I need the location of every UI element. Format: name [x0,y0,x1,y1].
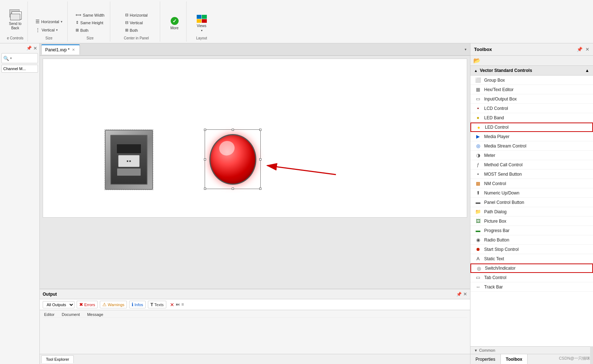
resize-handle-top[interactable] [232,129,234,131]
send-to-back-icon [9,9,22,21]
toolbox-item[interactable]: AStatic Text [470,254,593,264]
toolbox-item[interactable]: 📁Path Dialog [470,207,593,217]
toolbox-item[interactable]: ↔Track Bar [470,282,593,292]
infos-badge[interactable]: ℹ Infos [129,301,146,308]
errors-badge[interactable]: ✖ Errors [77,301,98,308]
toolbox-close-icon[interactable]: ✕ [585,47,589,52]
device-image: ■ ■ [105,130,153,190]
toolbox-item[interactable]: ▬Panel Control Button [470,198,593,207]
section-scroll-up[interactable]: ▲ [585,68,589,73]
design-canvas[interactable]: ■ ■ [43,59,467,218]
toolbox-item-icon: ↔ [475,284,481,290]
vertical-align-button[interactable]: ⋮ Vertical ▾ [34,26,64,34]
output-toolbar: All Outputs ✖ Errors ⚠ Warnings ℹ Infos … [40,299,470,310]
toolbox-item[interactable]: ●LED Control [470,123,593,132]
toolbox-item-icon: ▭ [475,274,481,281]
device-control[interactable]: ■ ■ [104,129,153,190]
center-section: ⊟ Horizontal ⊟ Vertical ⊞ Both Center in… [113,1,160,42]
tool-explorer-tab[interactable]: Tool Explorer [41,355,74,363]
horizontal-align-label: Horizontal [41,20,59,24]
resize-handle-right[interactable] [259,158,261,160]
same-width-button[interactable]: ⟺ Same Width [74,12,106,18]
toolbox-item-icon: ⬆ [475,190,481,196]
toolbox-item[interactable]: ●LED Band [470,113,593,123]
toolbox-item[interactable]: ▩NM Control [470,179,593,188]
canvas-wrapper: ■ ■ [40,56,470,289]
resize-handle-top-right[interactable] [259,129,261,131]
send-to-back-button[interactable]: Send to Back [6,8,25,31]
resize-handle-top-left[interactable] [204,129,206,131]
tab-close-button[interactable]: ✕ [71,47,76,52]
horiz-center-label: Horizontal [130,13,148,17]
infos-label: Infos [135,303,143,307]
views-arrow[interactable]: ▾ [201,29,202,32]
resize-handle-bottom-left[interactable] [204,188,206,190]
same-height-button[interactable]: ⇕ Same Height [74,19,106,26]
warnings-badge[interactable]: ⚠ Warnings [100,301,127,308]
properties-tab[interactable]: Properties [470,354,501,364]
close-sidebar-icon[interactable]: ✕ [33,46,37,51]
toolbox-item[interactable]: ƒMethod Call Control [470,160,593,170]
resize-handle-bottom[interactable] [232,188,234,190]
toolbox-item[interactable]: ▬Progress Bar [470,226,593,235]
toolbox-item[interactable]: ◑Meter [470,151,593,160]
output-pin-icon[interactable]: 📌 [456,292,462,297]
toolbox-item[interactable]: ⬜Group Box [470,76,593,85]
output-filter-dropdown[interactable]: All Outputs [43,301,74,308]
toolbox-item[interactable]: ⏺Start Stop Control [470,245,593,254]
toolbox-item[interactable]: ▭Input/Output Box [470,94,593,104]
toolbox-item[interactable]: ◉Radio Button [470,235,593,245]
toolbox-item[interactable]: ▶Media Player [470,132,593,141]
check-more-button[interactable]: ✓ More [166,13,183,34]
both-size-button[interactable]: ⊞ Both [74,27,106,34]
toolbox-panel: Toolbox 📌 ✕ 📂 ▲ Vector Standard Controls… [470,43,593,364]
tab-panel1[interactable]: Panel1.xvp * ✕ [41,44,80,55]
list-icon[interactable]: ≡ [182,302,184,308]
channel-m-item[interactable]: Channel M... [1,65,38,73]
toolbox-item[interactable]: 🖼Picture Box [470,217,593,226]
search-dropdown[interactable]: ▾ [10,56,12,60]
tab-dropdown-button[interactable]: ▾ [462,46,469,53]
toolbox-item[interactable]: ▭Tab Control [470,273,593,282]
toolbox-item-label: Numeric Up/Down [484,190,519,196]
resize-handle-left[interactable] [204,158,206,160]
toolbox-item-icon: ● [475,124,482,130]
pin-icon[interactable]: 📌 [26,46,32,51]
tab-label: Panel1.xvp * [45,47,69,52]
toolbox-item[interactable]: ◎Media Stream Control [470,141,593,151]
left-sidebar: 📌 ✕ 🔍 ▾ Channel M... [0,43,40,364]
common-section-header[interactable]: ▼ Common [470,346,593,354]
views-button[interactable]: Views ▾ [192,13,211,34]
toolbox-item-label: Method Call Control [484,162,522,167]
toolbox-item-icon: ⬜ [475,77,481,83]
toolbox-item[interactable]: ◎Switch/Indicator [470,264,593,273]
led-control[interactable] [205,129,261,189]
horizontal-align-button[interactable]: ☰ Horizontal ▾ [34,18,64,25]
search-bar[interactable]: 🔍 ▾ [1,53,38,63]
check-section: ✓ More [163,1,187,42]
col-editor: Editor [44,312,55,317]
toolbox-item[interactable]: ⬆Numeric Up/Down [470,188,593,198]
toolbox-item[interactable]: ▪MOST Send Button [470,170,593,179]
horizontal-dropdown-arrow[interactable]: ▾ [61,20,63,23]
toolbox-item-label: Progress Bar [484,228,509,233]
output-close-icon[interactable]: ✕ [463,291,467,297]
toolbox-item[interactable]: ▦Hex/Text Editor [470,85,593,94]
same-width-icon: ⟺ [76,13,81,17]
texts-badge[interactable]: T Texts [148,301,166,308]
toolbox-section-header[interactable]: ▲ Vector Standard Controls ▲ [470,66,593,76]
toolbox-tab[interactable]: Toolbox [501,354,528,364]
resize-handle-bottom-right[interactable] [259,188,261,190]
horizontal-center-button[interactable]: ⊟ Horizontal [123,12,150,18]
output-content: Editor Document Message [40,310,470,354]
vertical-center-button[interactable]: ⊟ Vertical [123,19,150,26]
toolbox-item[interactable]: ▪LCD Control [470,104,593,113]
clear-icon[interactable]: ✕ [170,302,174,308]
toolbox-pin-icon[interactable]: 📌 [577,47,583,52]
toolbox-item-label: Switch/Indicator [485,266,516,271]
both-center-button[interactable]: ⊞ Both [123,27,150,34]
error-icon: ✖ [79,302,83,307]
toolbox-item-icon: ▭ [475,96,481,102]
skip-icon[interactable]: ⏭ [176,302,180,308]
vertical-dropdown-arrow[interactable]: ▾ [56,28,58,32]
